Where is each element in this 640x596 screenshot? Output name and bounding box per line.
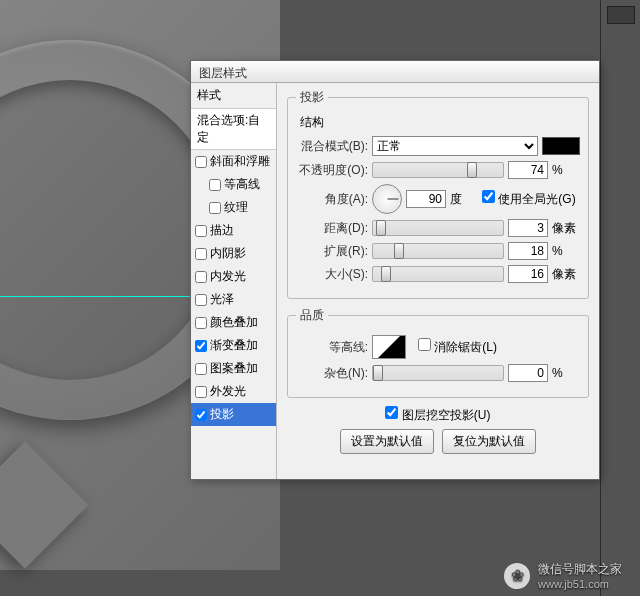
distance-input[interactable]: [508, 219, 548, 237]
shadow-section-title: 投影: [296, 89, 328, 106]
style-checkbox[interactable]: [195, 386, 207, 398]
style-item-label: 图案叠加: [210, 360, 258, 377]
opacity-label: 不透明度(O):: [296, 162, 368, 179]
noise-slider[interactable]: [372, 365, 504, 381]
style-item-label: 投影: [210, 406, 234, 423]
panel-toggle-button[interactable]: [607, 6, 635, 24]
style-item-label: 颜色叠加: [210, 314, 258, 331]
style-checkbox[interactable]: [195, 271, 207, 283]
style-item-label: 描边: [210, 222, 234, 239]
spread-label: 扩展(R):: [296, 243, 368, 260]
spread-input[interactable]: [508, 242, 548, 260]
angle-label: 角度(A):: [296, 191, 368, 208]
style-item-内阴影[interactable]: 内阴影: [191, 242, 276, 265]
bubble-tail: [0, 441, 89, 568]
contour-picker[interactable]: [372, 335, 406, 359]
quality-group: 品质 等高线: 消除锯齿(L) 杂色(N): %: [287, 307, 589, 398]
blend-mode-label: 混合模式(B):: [296, 138, 368, 155]
layer-style-dialog: 图层样式 样式 混合选项:自定 斜面和浮雕等高线纹理描边内阴影内发光光泽颜色叠加…: [190, 60, 600, 480]
distance-unit: 像素: [552, 220, 580, 237]
spread-unit: %: [552, 244, 580, 258]
blend-mode-select[interactable]: 正常: [372, 136, 538, 156]
size-slider[interactable]: [372, 266, 504, 282]
structure-group: 投影 结构 混合模式(B): 正常 不透明度(O): % 角度(A):: [287, 89, 589, 299]
style-item-描边[interactable]: 描边: [191, 219, 276, 242]
make-default-button[interactable]: 设置为默认值: [340, 429, 434, 454]
style-checkbox[interactable]: [195, 340, 207, 352]
right-panel-dock: [600, 0, 640, 596]
style-item-内发光[interactable]: 内发光: [191, 265, 276, 288]
style-item-外发光[interactable]: 外发光: [191, 380, 276, 403]
contour-label: 等高线:: [296, 339, 368, 356]
style-checkbox[interactable]: [209, 179, 221, 191]
style-item-label: 内阴影: [210, 245, 246, 262]
distance-label: 距离(D):: [296, 220, 368, 237]
opacity-slider[interactable]: [372, 162, 504, 178]
opacity-input[interactable]: [508, 161, 548, 179]
style-item-斜面和浮雕[interactable]: 斜面和浮雕: [191, 150, 276, 173]
noise-input[interactable]: [508, 364, 548, 382]
angle-input[interactable]: [406, 190, 446, 208]
style-item-label: 斜面和浮雕: [210, 153, 270, 170]
effect-panel: 投影 结构 混合模式(B): 正常 不透明度(O): % 角度(A):: [277, 83, 599, 479]
size-input[interactable]: [508, 265, 548, 283]
structure-label: 结构: [300, 114, 580, 131]
angle-unit: 度: [450, 191, 478, 208]
style-checkbox[interactable]: [195, 248, 207, 260]
angle-dial[interactable]: [372, 184, 402, 214]
style-item-光泽[interactable]: 光泽: [191, 288, 276, 311]
dialog-titlebar[interactable]: 图层样式: [191, 61, 599, 83]
style-item-label: 内发光: [210, 268, 246, 285]
size-unit: 像素: [552, 266, 580, 283]
watermark: ❀ 微信号脚本之家 www.jb51.com: [504, 561, 622, 590]
styles-list: 样式 混合选项:自定 斜面和浮雕等高线纹理描边内阴影内发光光泽颜色叠加渐变叠加图…: [191, 83, 277, 479]
style-checkbox[interactable]: [195, 317, 207, 329]
noise-unit: %: [552, 366, 580, 380]
blending-options-row[interactable]: 混合选项:自定: [191, 109, 276, 150]
quality-label: 品质: [296, 307, 328, 324]
noise-label: 杂色(N):: [296, 365, 368, 382]
antialias-checkbox[interactable]: 消除锯齿(L): [418, 338, 497, 356]
distance-slider[interactable]: [372, 220, 504, 236]
styles-header[interactable]: 样式: [191, 83, 276, 109]
style-checkbox[interactable]: [195, 409, 207, 421]
reset-default-button[interactable]: 复位为默认值: [442, 429, 536, 454]
style-item-等高线[interactable]: 等高线: [191, 173, 276, 196]
opacity-unit: %: [552, 163, 580, 177]
style-checkbox[interactable]: [195, 294, 207, 306]
style-item-label: 外发光: [210, 383, 246, 400]
style-item-图案叠加[interactable]: 图案叠加: [191, 357, 276, 380]
style-item-label: 光泽: [210, 291, 234, 308]
style-checkbox[interactable]: [195, 363, 207, 375]
shadow-color-swatch[interactable]: [542, 137, 580, 155]
style-checkbox[interactable]: [209, 202, 221, 214]
style-item-label: 纹理: [224, 199, 248, 216]
knockout-checkbox[interactable]: 图层挖空投影(U): [385, 406, 490, 424]
style-item-投影[interactable]: 投影: [191, 403, 276, 426]
spread-slider[interactable]: [372, 243, 504, 259]
style-checkbox[interactable]: [195, 225, 207, 237]
style-checkbox[interactable]: [195, 156, 207, 168]
style-item-label: 渐变叠加: [210, 337, 258, 354]
style-item-label: 等高线: [224, 176, 260, 193]
wechat-icon: ❀: [504, 563, 530, 589]
size-label: 大小(S):: [296, 266, 368, 283]
style-item-渐变叠加[interactable]: 渐变叠加: [191, 334, 276, 357]
style-item-颜色叠加[interactable]: 颜色叠加: [191, 311, 276, 334]
style-item-纹理[interactable]: 纹理: [191, 196, 276, 219]
global-light-checkbox[interactable]: 使用全局光(G): [482, 190, 576, 208]
